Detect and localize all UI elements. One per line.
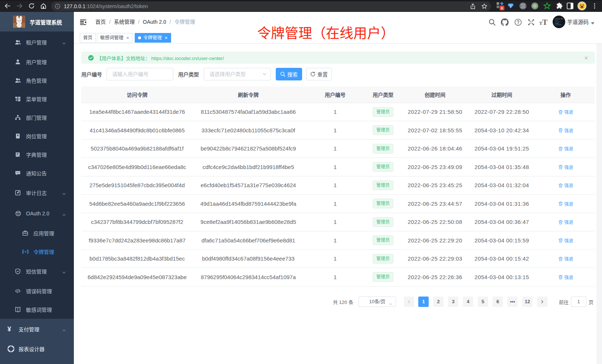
- svg-text:⌘: ⌘: [521, 4, 525, 9]
- svg-text:9: 9: [501, 6, 503, 10]
